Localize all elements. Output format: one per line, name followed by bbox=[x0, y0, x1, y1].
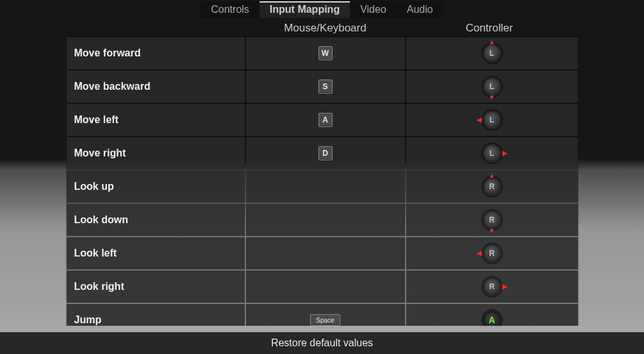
keyboard-binding-slot[interactable]: A bbox=[246, 104, 405, 136]
controller-binding-slot[interactable]: L▶ bbox=[406, 137, 578, 169]
analog-stick-r-icon: R▼ bbox=[483, 211, 501, 229]
binding-row: Look rightR▶ bbox=[66, 271, 579, 303]
controller-binding-slot[interactable]: R▼ bbox=[406, 204, 578, 236]
action-label: Look down bbox=[67, 204, 245, 236]
keycap-a: A bbox=[318, 113, 333, 127]
column-controller: Controller bbox=[404, 22, 575, 35]
binding-row: Move leftAL◀ bbox=[66, 104, 579, 136]
direction-arrow-down-icon: ▼ bbox=[489, 94, 495, 101]
tab-controls[interactable]: Controls bbox=[201, 1, 260, 18]
controller-binding-slot[interactable]: L▲ bbox=[406, 37, 578, 69]
action-label: Move forward bbox=[67, 37, 245, 69]
action-label: Move left bbox=[67, 104, 245, 136]
binding-row: Look leftR◀ bbox=[66, 237, 579, 269]
direction-arrow-left-icon: ◀ bbox=[477, 250, 482, 257]
keyboard-binding-slot[interactable]: D bbox=[246, 137, 405, 169]
controller-binding-slot[interactable]: R▲ bbox=[406, 171, 578, 203]
action-label: Jump bbox=[67, 304, 245, 326]
keycap-w: W bbox=[318, 46, 333, 60]
controller-binding-slot[interactable]: R◀ bbox=[406, 237, 578, 269]
direction-arrow-up-icon: ▲ bbox=[489, 173, 495, 179]
tab-input-mapping[interactable]: Input Mapping bbox=[260, 1, 350, 18]
keycap-s: S bbox=[318, 80, 333, 94]
direction-arrow-right-icon: ▶ bbox=[502, 150, 508, 156]
action-label: Look right bbox=[67, 271, 245, 303]
analog-stick-r-icon: R▲ bbox=[483, 178, 501, 196]
controller-binding-slot[interactable]: L▼ bbox=[406, 71, 578, 103]
binding-row: Look downR▼ bbox=[66, 204, 579, 236]
controller-binding-slot[interactable]: L◀ bbox=[406, 104, 578, 136]
keyboard-binding-slot[interactable] bbox=[246, 204, 405, 236]
direction-arrow-up-icon: ▲ bbox=[489, 39, 495, 46]
keyboard-binding-slot[interactable] bbox=[246, 237, 405, 269]
column-action bbox=[70, 22, 247, 35]
keycap-space: Space bbox=[310, 314, 340, 326]
binding-row: Move backwardSL▼ bbox=[66, 71, 579, 103]
analog-stick-l-icon: L▲ bbox=[483, 44, 501, 62]
column-headers: Mouse/Keyboard Controller bbox=[66, 22, 579, 35]
analog-stick-r-icon: R◀ bbox=[483, 244, 501, 262]
tab-video[interactable]: Video bbox=[350, 1, 397, 18]
binding-row: JumpSpaceA bbox=[66, 304, 579, 326]
keyboard-binding-slot[interactable]: S bbox=[246, 71, 405, 103]
action-label: Move backward bbox=[67, 71, 245, 103]
analog-stick-r-icon: R▶ bbox=[483, 278, 501, 296]
keyboard-binding-slot[interactable]: Space bbox=[246, 304, 405, 326]
restore-defaults-button[interactable]: Restore default values bbox=[0, 332, 644, 354]
analog-stick-l-icon: L▼ bbox=[483, 78, 501, 96]
analog-stick-l-icon: L◀ bbox=[483, 111, 501, 129]
controller-binding-slot[interactable]: R▶ bbox=[406, 271, 578, 303]
direction-arrow-down-icon: ▼ bbox=[489, 228, 495, 234]
binding-row: Look upR▲ bbox=[66, 171, 579, 203]
controller-binding-slot[interactable]: A bbox=[406, 304, 578, 326]
keyboard-binding-slot[interactable]: W bbox=[246, 37, 405, 69]
face-button-a-icon: A bbox=[483, 311, 501, 326]
keycap-d: D bbox=[318, 146, 333, 160]
direction-arrow-right-icon: ▶ bbox=[502, 283, 508, 290]
keyboard-binding-slot[interactable] bbox=[246, 171, 405, 203]
bindings-scroll-area[interactable]: Move forwardWL▲Move backwardSL▼Move left… bbox=[66, 36, 579, 326]
column-mouse-keyboard: Mouse/Keyboard bbox=[246, 22, 404, 35]
action-label: Look left bbox=[67, 237, 245, 269]
analog-stick-l-icon: L▶ bbox=[483, 144, 501, 162]
action-label: Move right bbox=[67, 137, 245, 169]
action-label: Look up bbox=[67, 171, 245, 203]
binding-row: Move forwardWL▲ bbox=[66, 37, 579, 69]
direction-arrow-left-icon: ◀ bbox=[477, 117, 482, 123]
binding-row: Move rightDL▶ bbox=[66, 137, 579, 169]
keyboard-binding-slot[interactable] bbox=[246, 271, 405, 303]
tab-audio[interactable]: Audio bbox=[397, 1, 443, 18]
settings-tabs: Controls Input Mapping Video Audio bbox=[0, 0, 644, 18]
